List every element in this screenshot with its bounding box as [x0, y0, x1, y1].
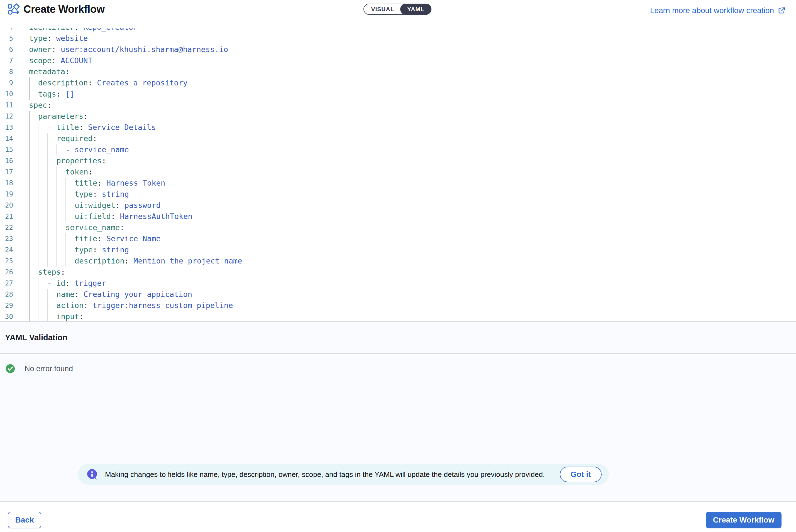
code-line-28[interactable]: 28name: Creating your appication [0, 289, 796, 300]
code-line-7[interactable]: 7scope: ACCOUNT [0, 55, 796, 66]
indent-guide [29, 155, 30, 166]
code-line-18[interactable]: 18title: Harness Token [0, 177, 796, 189]
line-number: 12 [0, 111, 13, 122]
code-text: spec: [29, 100, 52, 111]
code-line-19[interactable]: 19type: string [0, 189, 796, 200]
indent-guide [29, 89, 30, 100]
code-line-15[interactable]: 15- service_name [0, 144, 796, 155]
code-line-5[interactable]: 5type: website [0, 33, 796, 44]
toggle-yaml[interactable]: YAML [400, 4, 431, 15]
code-text: title: Harness Token [75, 177, 165, 189]
code-text: - id: trigger [47, 278, 106, 289]
code-line-12[interactable]: 12parameters: [0, 111, 796, 122]
line-number: 7 [0, 55, 13, 66]
code-line-22[interactable]: 22service_name: [0, 222, 796, 233]
line-number: 17 [0, 166, 13, 177]
indent-guide [47, 289, 48, 300]
line-number: 30 [0, 311, 13, 321]
code-line-4[interactable]: 4identifier: Repo_creator [0, 28, 796, 33]
code-text: service_name: [66, 222, 124, 233]
indent-guide [38, 189, 38, 200]
code-line-13[interactable]: 13- title: Service Details [0, 122, 796, 133]
indent-guide [66, 211, 66, 222]
code-text: action: trigger:harness-custom-pipeline [56, 300, 233, 311]
indent-guide [38, 278, 38, 289]
validation-body: No error found Making changes to fields … [0, 354, 796, 501]
toggle-visual[interactable]: VISUAL [364, 4, 401, 14]
indent-guide [38, 244, 38, 255]
code-line-29[interactable]: 29action: trigger:harness-custom-pipelin… [0, 300, 796, 311]
code-text: description: Creates a repository [38, 77, 187, 89]
code-text: type: website [29, 33, 88, 44]
code-line-23[interactable]: 23title: Service Name [0, 233, 796, 244]
indent-guide [29, 233, 30, 244]
indent-guide [66, 255, 66, 267]
line-number: 22 [0, 222, 13, 233]
view-toggle: VISUAL YAML [363, 4, 431, 15]
code-line-10[interactable]: 10tags: [] [0, 89, 796, 100]
indent-guide [38, 289, 38, 300]
got-it-button[interactable]: Got it [560, 467, 602, 482]
indent-guide [66, 244, 66, 255]
code-text: input: [56, 311, 84, 321]
indent-guide [38, 211, 38, 222]
line-number: 18 [0, 177, 13, 189]
code-text: - title: Service Details [47, 122, 156, 133]
code-line-17[interactable]: 17token: [0, 166, 796, 177]
indent-guide [29, 255, 30, 267]
code-line-20[interactable]: 20ui:widget: password [0, 200, 796, 211]
validation-title: YAML Validation [5, 322, 67, 354]
code-line-14[interactable]: 14required: [0, 133, 796, 144]
banner-text: Making changes to fields like name, type… [105, 470, 553, 479]
code-line-8[interactable]: 8metadata: [0, 66, 796, 77]
code-text: description: Mention the project name [75, 255, 242, 267]
indent-guide [29, 144, 30, 155]
code-line-21[interactable]: 21ui:field: HarnessAuthToken [0, 211, 796, 222]
code-text: identifier: Repo_creator [29, 28, 138, 33]
code-text: ui:field: HarnessAuthToken [75, 211, 193, 222]
yaml-validation-section: YAML Validation [0, 321, 796, 354]
indent-guide [66, 200, 66, 211]
code-text: type: string [75, 244, 129, 255]
validation-status-row: No error found [5, 364, 73, 374]
code-line-26[interactable]: 26steps: [0, 267, 796, 278]
indent-guide [29, 177, 30, 189]
create-workflow-button[interactable]: Create Workflow [706, 512, 781, 528]
indent-guide [47, 177, 48, 189]
back-button[interactable]: Back [8, 512, 41, 528]
indent-guide [29, 133, 30, 144]
line-number: 23 [0, 233, 13, 244]
yaml-editor[interactable]: 4identifier: Repo_creator5type: website6… [0, 28, 796, 321]
indent-guide [47, 144, 48, 155]
code-text: title: Service Name [75, 233, 161, 244]
indent-guide [38, 200, 38, 211]
workflow-icon [7, 3, 20, 15]
code-line-9[interactable]: 9description: Creates a repository [0, 77, 796, 89]
info-banner: Making changes to fields like name, type… [78, 464, 609, 485]
code-line-24[interactable]: 24type: string [0, 244, 796, 255]
code-line-25[interactable]: 25description: Mention the project name [0, 255, 796, 267]
code-line-16[interactable]: 16properties: [0, 155, 796, 166]
indent-guide [47, 166, 48, 177]
line-number: 15 [0, 144, 13, 155]
line-number: 26 [0, 267, 13, 278]
code-text: metadata: [29, 66, 70, 77]
indent-guide [47, 155, 48, 166]
validation-status-text: No error found [24, 364, 73, 373]
code-line-27[interactable]: 27- id: trigger [0, 278, 796, 289]
line-number: 9 [0, 77, 13, 89]
learn-more-link[interactable]: Learn more about workflow creation [650, 6, 786, 15]
indent-guide [38, 122, 38, 133]
indent-guide [47, 222, 48, 233]
code-line-11[interactable]: 11spec: [0, 100, 796, 111]
indent-guide [38, 133, 38, 144]
code-line-6[interactable]: 6owner: user:account/khushi.sharma@harne… [0, 44, 796, 55]
code-text: token: [66, 166, 93, 177]
indent-guide [47, 189, 48, 200]
indent-guide [29, 111, 30, 122]
indent-guide [47, 300, 48, 311]
indent-guide [38, 155, 38, 166]
code-text: steps: [38, 267, 66, 278]
code-line-30[interactable]: 30input: [0, 311, 796, 321]
line-number: 29 [0, 300, 13, 311]
